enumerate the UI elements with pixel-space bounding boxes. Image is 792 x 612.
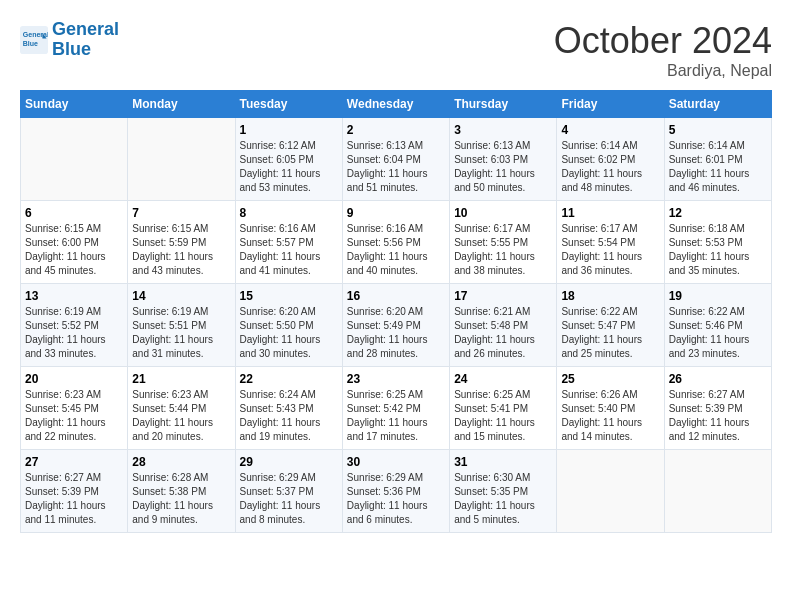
day-number: 20 — [25, 372, 123, 386]
day-number: 1 — [240, 123, 338, 137]
cell-info: Sunrise: 6:17 AM Sunset: 5:55 PM Dayligh… — [454, 222, 552, 278]
day-number: 6 — [25, 206, 123, 220]
calendar-week-row: 13Sunrise: 6:19 AM Sunset: 5:52 PM Dayli… — [21, 284, 772, 367]
title-block: October 2024 Bardiya, Nepal — [554, 20, 772, 80]
cell-info: Sunrise: 6:18 AM Sunset: 5:53 PM Dayligh… — [669, 222, 767, 278]
month-title: October 2024 — [554, 20, 772, 62]
cell-info: Sunrise: 6:20 AM Sunset: 5:50 PM Dayligh… — [240, 305, 338, 361]
logo-text: General Blue — [52, 20, 119, 60]
calendar-cell: 5Sunrise: 6:14 AM Sunset: 6:01 PM Daylig… — [664, 118, 771, 201]
calendar-cell: 27Sunrise: 6:27 AM Sunset: 5:39 PM Dayli… — [21, 450, 128, 533]
calendar-cell: 17Sunrise: 6:21 AM Sunset: 5:48 PM Dayli… — [450, 284, 557, 367]
calendar-cell: 18Sunrise: 6:22 AM Sunset: 5:47 PM Dayli… — [557, 284, 664, 367]
day-number: 7 — [132, 206, 230, 220]
cell-info: Sunrise: 6:20 AM Sunset: 5:49 PM Dayligh… — [347, 305, 445, 361]
calendar-week-row: 1Sunrise: 6:12 AM Sunset: 6:05 PM Daylig… — [21, 118, 772, 201]
calendar-cell: 28Sunrise: 6:28 AM Sunset: 5:38 PM Dayli… — [128, 450, 235, 533]
calendar-cell: 29Sunrise: 6:29 AM Sunset: 5:37 PM Dayli… — [235, 450, 342, 533]
cell-info: Sunrise: 6:22 AM Sunset: 5:46 PM Dayligh… — [669, 305, 767, 361]
weekday-header: Monday — [128, 91, 235, 118]
cell-info: Sunrise: 6:16 AM Sunset: 5:57 PM Dayligh… — [240, 222, 338, 278]
calendar-cell: 16Sunrise: 6:20 AM Sunset: 5:49 PM Dayli… — [342, 284, 449, 367]
calendar-cell — [664, 450, 771, 533]
location: Bardiya, Nepal — [554, 62, 772, 80]
calendar-cell: 1Sunrise: 6:12 AM Sunset: 6:05 PM Daylig… — [235, 118, 342, 201]
svg-text:Blue: Blue — [23, 39, 38, 46]
calendar-week-row: 20Sunrise: 6:23 AM Sunset: 5:45 PM Dayli… — [21, 367, 772, 450]
day-number: 5 — [669, 123, 767, 137]
weekday-header: Sunday — [21, 91, 128, 118]
page-header: General Blue General Blue October 2024 B… — [20, 20, 772, 80]
day-number: 8 — [240, 206, 338, 220]
calendar-week-row: 27Sunrise: 6:27 AM Sunset: 5:39 PM Dayli… — [21, 450, 772, 533]
cell-info: Sunrise: 6:25 AM Sunset: 5:41 PM Dayligh… — [454, 388, 552, 444]
cell-info: Sunrise: 6:16 AM Sunset: 5:56 PM Dayligh… — [347, 222, 445, 278]
day-number: 10 — [454, 206, 552, 220]
calendar-cell: 10Sunrise: 6:17 AM Sunset: 5:55 PM Dayli… — [450, 201, 557, 284]
cell-info: Sunrise: 6:14 AM Sunset: 6:01 PM Dayligh… — [669, 139, 767, 195]
cell-info: Sunrise: 6:14 AM Sunset: 6:02 PM Dayligh… — [561, 139, 659, 195]
day-number: 26 — [669, 372, 767, 386]
cell-info: Sunrise: 6:13 AM Sunset: 6:03 PM Dayligh… — [454, 139, 552, 195]
cell-info: Sunrise: 6:26 AM Sunset: 5:40 PM Dayligh… — [561, 388, 659, 444]
day-number: 4 — [561, 123, 659, 137]
calendar-cell: 15Sunrise: 6:20 AM Sunset: 5:50 PM Dayli… — [235, 284, 342, 367]
calendar-cell: 9Sunrise: 6:16 AM Sunset: 5:56 PM Daylig… — [342, 201, 449, 284]
cell-info: Sunrise: 6:28 AM Sunset: 5:38 PM Dayligh… — [132, 471, 230, 527]
day-number: 18 — [561, 289, 659, 303]
calendar-cell: 21Sunrise: 6:23 AM Sunset: 5:44 PM Dayli… — [128, 367, 235, 450]
day-number: 2 — [347, 123, 445, 137]
day-number: 28 — [132, 455, 230, 469]
calendar-cell — [21, 118, 128, 201]
cell-info: Sunrise: 6:27 AM Sunset: 5:39 PM Dayligh… — [669, 388, 767, 444]
day-number: 12 — [669, 206, 767, 220]
cell-info: Sunrise: 6:15 AM Sunset: 6:00 PM Dayligh… — [25, 222, 123, 278]
day-number: 23 — [347, 372, 445, 386]
cell-info: Sunrise: 6:29 AM Sunset: 5:36 PM Dayligh… — [347, 471, 445, 527]
weekday-header: Thursday — [450, 91, 557, 118]
calendar-cell — [557, 450, 664, 533]
cell-info: Sunrise: 6:19 AM Sunset: 5:51 PM Dayligh… — [132, 305, 230, 361]
weekday-header: Friday — [557, 91, 664, 118]
calendar-week-row: 6Sunrise: 6:15 AM Sunset: 6:00 PM Daylig… — [21, 201, 772, 284]
day-number: 17 — [454, 289, 552, 303]
cell-info: Sunrise: 6:21 AM Sunset: 5:48 PM Dayligh… — [454, 305, 552, 361]
cell-info: Sunrise: 6:25 AM Sunset: 5:42 PM Dayligh… — [347, 388, 445, 444]
calendar-cell: 30Sunrise: 6:29 AM Sunset: 5:36 PM Dayli… — [342, 450, 449, 533]
day-number: 3 — [454, 123, 552, 137]
day-number: 11 — [561, 206, 659, 220]
calendar-cell: 22Sunrise: 6:24 AM Sunset: 5:43 PM Dayli… — [235, 367, 342, 450]
cell-info: Sunrise: 6:24 AM Sunset: 5:43 PM Dayligh… — [240, 388, 338, 444]
calendar-cell: 20Sunrise: 6:23 AM Sunset: 5:45 PM Dayli… — [21, 367, 128, 450]
calendar-cell: 6Sunrise: 6:15 AM Sunset: 6:00 PM Daylig… — [21, 201, 128, 284]
calendar-cell: 4Sunrise: 6:14 AM Sunset: 6:02 PM Daylig… — [557, 118, 664, 201]
day-number: 21 — [132, 372, 230, 386]
logo: General Blue General Blue — [20, 20, 119, 60]
day-number: 9 — [347, 206, 445, 220]
cell-info: Sunrise: 6:22 AM Sunset: 5:47 PM Dayligh… — [561, 305, 659, 361]
logo-icon: General Blue — [20, 26, 48, 54]
cell-info: Sunrise: 6:19 AM Sunset: 5:52 PM Dayligh… — [25, 305, 123, 361]
weekday-header-row: SundayMondayTuesdayWednesdayThursdayFrid… — [21, 91, 772, 118]
logo-line1: General — [52, 19, 119, 39]
day-number: 25 — [561, 372, 659, 386]
weekday-header: Wednesday — [342, 91, 449, 118]
calendar-cell: 12Sunrise: 6:18 AM Sunset: 5:53 PM Dayli… — [664, 201, 771, 284]
calendar-cell: 25Sunrise: 6:26 AM Sunset: 5:40 PM Dayli… — [557, 367, 664, 450]
day-number: 19 — [669, 289, 767, 303]
cell-info: Sunrise: 6:17 AM Sunset: 5:54 PM Dayligh… — [561, 222, 659, 278]
logo-line2: Blue — [52, 39, 91, 59]
cell-info: Sunrise: 6:12 AM Sunset: 6:05 PM Dayligh… — [240, 139, 338, 195]
weekday-header: Saturday — [664, 91, 771, 118]
calendar-cell: 24Sunrise: 6:25 AM Sunset: 5:41 PM Dayli… — [450, 367, 557, 450]
calendar-cell: 14Sunrise: 6:19 AM Sunset: 5:51 PM Dayli… — [128, 284, 235, 367]
day-number: 30 — [347, 455, 445, 469]
cell-info: Sunrise: 6:29 AM Sunset: 5:37 PM Dayligh… — [240, 471, 338, 527]
day-number: 14 — [132, 289, 230, 303]
cell-info: Sunrise: 6:13 AM Sunset: 6:04 PM Dayligh… — [347, 139, 445, 195]
cell-info: Sunrise: 6:15 AM Sunset: 5:59 PM Dayligh… — [132, 222, 230, 278]
calendar-cell: 13Sunrise: 6:19 AM Sunset: 5:52 PM Dayli… — [21, 284, 128, 367]
day-number: 15 — [240, 289, 338, 303]
day-number: 13 — [25, 289, 123, 303]
calendar-cell: 3Sunrise: 6:13 AM Sunset: 6:03 PM Daylig… — [450, 118, 557, 201]
